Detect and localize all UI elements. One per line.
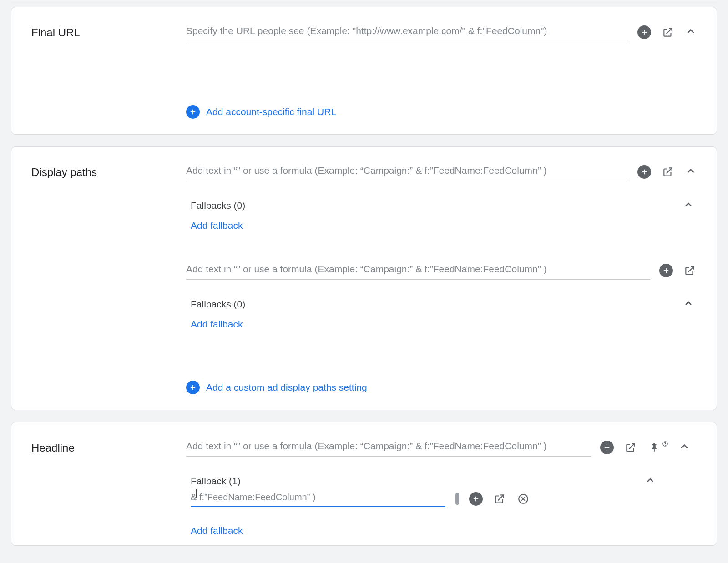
chevron-up-icon[interactable]: [685, 25, 697, 39]
chevron-up-icon[interactable]: [678, 441, 690, 454]
text-cursor: [196, 489, 197, 498]
help-icon[interactable]: [662, 441, 668, 448]
display-path-2-input[interactable]: [186, 261, 650, 280]
close-circle-icon[interactable]: [516, 492, 530, 506]
headline-label: Headline: [31, 442, 186, 454]
open-external-icon[interactable]: [683, 264, 697, 277]
plus-icon[interactable]: [659, 264, 673, 277]
add-account-final-url-link[interactable]: Add account-specific final URL: [206, 106, 336, 117]
display-paths-section: Display paths: [11, 146, 717, 410]
add-fallback-link[interactable]: Add fallback: [191, 525, 697, 536]
open-external-icon[interactable]: [493, 492, 506, 506]
chevron-up-icon[interactable]: [685, 165, 697, 179]
plus-circle-icon[interactable]: [186, 105, 200, 119]
chevron-up-icon[interactable]: [683, 199, 694, 212]
headline-input[interactable]: [186, 438, 591, 457]
final-url-section: Final URL: [11, 7, 717, 135]
add-custom-display-paths-link[interactable]: Add a custom ad display paths setting: [206, 382, 367, 393]
pin-icon[interactable]: [647, 441, 661, 454]
add-fallback-link[interactable]: Add fallback: [191, 220, 697, 231]
chevron-up-icon[interactable]: [645, 475, 656, 488]
svg-point-17: [665, 445, 666, 445]
fallback-title: Fallbacks (0): [191, 200, 245, 211]
final-url-input[interactable]: [186, 23, 628, 41]
plus-circle-icon[interactable]: [186, 381, 200, 394]
plus-icon[interactable]: [637, 165, 651, 179]
plus-icon[interactable]: [637, 25, 651, 39]
open-external-icon[interactable]: [624, 441, 637, 454]
chevron-up-icon[interactable]: [683, 298, 694, 311]
fallback-title: Fallback (1): [191, 476, 241, 487]
display-paths-label: Display paths: [31, 166, 186, 179]
plus-icon[interactable]: [469, 492, 483, 506]
open-external-icon[interactable]: [661, 25, 675, 39]
open-external-icon[interactable]: [661, 165, 675, 179]
display-path-1-input[interactable]: [186, 162, 628, 181]
add-fallback-link[interactable]: Add fallback: [191, 319, 697, 330]
fallback-title: Fallbacks (0): [191, 299, 245, 310]
plus-icon[interactable]: [600, 441, 614, 454]
headline-section: Headline: [11, 422, 717, 546]
headline-fallback-input[interactable]: [191, 490, 445, 507]
drag-handle-icon[interactable]: [455, 493, 459, 505]
final-url-label: Final URL: [31, 26, 186, 39]
